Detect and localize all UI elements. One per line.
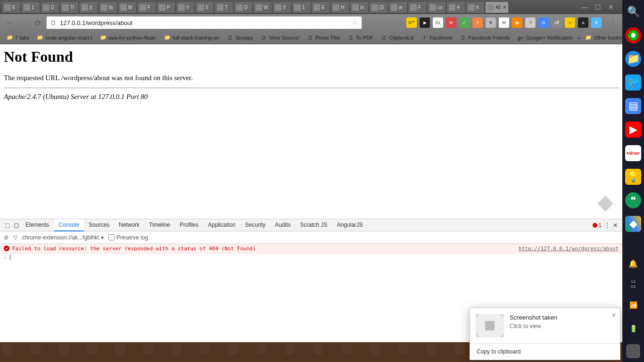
bookmark-item[interactable]: 📁aws-for-python-flask- [97,33,160,42]
battery-icon[interactable]: 🔋 [625,321,641,337]
devtools-menu-icon[interactable]: ⋮ [604,222,610,229]
bookmark-item[interactable]: 📁full-stack-training-an [161,33,222,42]
notifications-icon[interactable]: 🔔 [625,255,641,272]
browser-tab[interactable]: D [234,1,253,13]
back-button[interactable]: ← [4,17,15,28]
drive-icon[interactable]: ◆ [625,216,641,232]
maximize-button[interactable]: ☐ [593,2,603,12]
keep-icon[interactable]: 💡 [625,169,641,185]
browser-tab[interactable]: P [157,1,175,13]
browser-tab[interactable]: W [253,1,272,13]
devtools-tab-elements[interactable]: Elements [21,219,54,231]
bookmark-item[interactable]: 🗋Facebook Friends [457,33,512,42]
browser-tab[interactable]: 1 [292,1,311,13]
devtools-tab-angularjs[interactable]: AngularJS [332,219,368,231]
devtools-tab-audits[interactable]: Audits [270,219,295,231]
hangouts-icon[interactable]: ❝ [625,192,641,208]
device-icon[interactable]: ▢ [12,220,21,231]
preserve-log-option[interactable]: Preserve log [108,234,148,241]
inspect-icon[interactable]: ⬚ [3,220,12,231]
netflix-icon[interactable]: Ndraw [625,145,641,161]
extension-icon[interactable]: ❄ [486,17,496,28]
extension-icon[interactable]: ✓ [459,17,470,28]
notification-thumbnail[interactable] [476,314,504,337]
devtools-tab-sources[interactable]: Sources [84,219,114,231]
bookmark-item[interactable]: 🗋Press This [304,33,343,42]
url-bar[interactable]: 🗋 ☆ [46,16,362,29]
clear-console-icon[interactable]: ⊘ [4,234,8,241]
browser-tab[interactable]: V [176,1,195,13]
browser-tab[interactable]: 4 [446,1,465,13]
bookmark-item[interactable]: 📁node-angular-react-t [34,33,95,42]
bookmark-item[interactable]: 🗋View Source! [258,33,303,42]
browser-tab[interactable]: E [2,1,21,13]
extension-icon[interactable]: ? [525,17,536,28]
menu-button[interactable]: ⋮ [607,17,619,28]
browser-tab[interactable]: E [311,1,330,13]
extension-icon[interactable]: G [538,17,549,28]
chrome-icon[interactable] [625,27,641,43]
devtools-close-icon[interactable]: ✕ [613,222,618,229]
browser-tab[interactable]: Tl [60,1,79,13]
browser-tab[interactable]: F [137,1,156,13]
close-window-button[interactable]: ✕ [606,2,616,12]
bookmark-item[interactable]: 🗋Clipbook.it [378,33,416,42]
extension-icon[interactable]: ◉ [512,17,522,28]
browser-tab[interactable]: [S [369,1,388,13]
clock[interactable]: 12 03 [631,279,636,289]
extension-icon[interactable]: off [552,17,562,28]
bookmark-item[interactable]: 📁7 tabs [4,33,32,42]
extension-icon[interactable]: 87° [406,17,417,28]
files-icon[interactable]: 📁 [625,51,641,67]
wifi-icon[interactable]: 📶 [625,297,641,313]
devtools-tab-console[interactable]: Console [54,219,84,231]
search-icon[interactable]: 🔍 [625,4,641,20]
browser-tab[interactable]: co [427,1,446,13]
twitter-icon[interactable]: 🐦 [625,74,641,90]
other-bookmarks[interactable]: 📁 Other bookmarks [582,33,622,42]
devtools-tab-application[interactable]: Application [203,219,240,231]
minimize-button[interactable]: — [580,2,589,12]
browser-tab[interactable]: V [272,1,291,13]
extension-icon[interactable]: 7 [472,17,483,28]
avatar[interactable] [626,344,640,358]
filter-icon[interactable]: ▽ [13,234,17,241]
browser-tab[interactable]: T [215,1,233,13]
extension-icon[interactable]: a [578,17,588,28]
browser-tab[interactable]: h [466,1,485,13]
tab-close-icon[interactable]: ✕ [503,5,506,10]
url-input[interactable] [60,19,352,26]
extension-icon[interactable]: 81 [433,17,443,28]
browser-tab[interactable]: 40✕ [485,1,509,13]
docs-icon[interactable]: ▤ [625,98,641,114]
notification-close-icon[interactable]: ✕ [611,312,616,319]
browser-tab[interactable]: 1 [21,1,40,13]
browser-tab[interactable]: In [350,1,369,13]
bookmark-item[interactable]: 🗋To PDF [345,33,376,42]
devtools-tab-profiles[interactable]: Profiles [175,219,203,231]
preserve-log-checkbox[interactable] [108,234,115,240]
devtools-tab-timeline[interactable]: Timeline [144,219,175,231]
extension-icon[interactable]: M [446,17,456,28]
browser-tab[interactable]: F [408,1,427,13]
browser-tab[interactable]: 5 [195,1,214,13]
extension-icon[interactable]: ▶ [420,17,430,28]
devtools-tab-network[interactable]: Network [114,219,144,231]
browser-tab[interactable]: M [118,1,137,13]
browser-tab[interactable]: D [41,1,59,13]
bookmark-item[interactable]: fFacebook [418,33,455,42]
extension-icon[interactable]: ☺ [565,17,575,28]
browser-tab[interactable]: H [330,1,349,13]
extension-icon[interactable]: ✕ [591,17,602,28]
copy-to-clipboard-button[interactable]: Copy to clipboard [470,343,620,360]
browser-tab[interactable]: fa [99,1,117,13]
forward-button[interactable]: → [18,17,29,28]
bookmark-item[interactable]: 🗋Snoopy [224,33,256,42]
bookmark-item[interactable]: g+Google+ Notification [514,33,575,42]
bookmarks-overflow-icon[interactable]: » [578,35,580,41]
youtube-icon[interactable]: ▶ [625,122,641,138]
console-prompt[interactable]: › [0,254,622,262]
devtools-tab-scratch-js[interactable]: Scratch JS [295,219,332,231]
error-count[interactable]: 1 [593,222,602,229]
devtools-tab-security[interactable]: Security [240,219,270,231]
